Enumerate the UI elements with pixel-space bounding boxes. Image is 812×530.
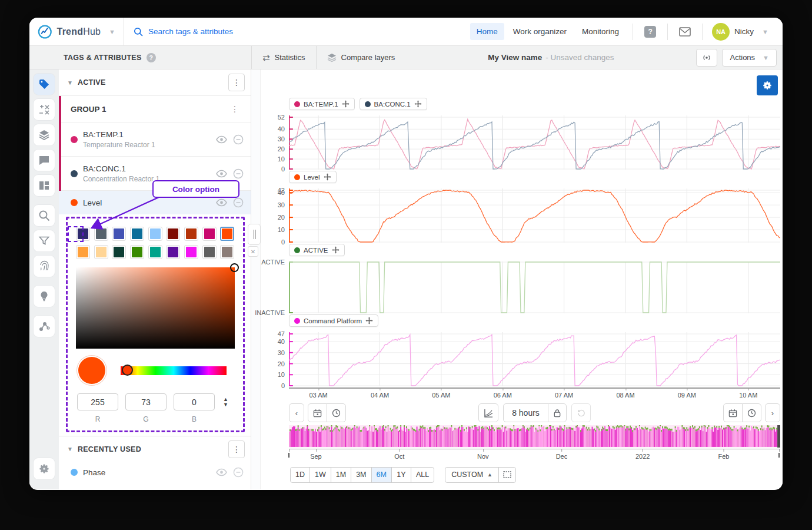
tag-color-dot[interactable]	[71, 199, 78, 206]
eye-icon[interactable]	[216, 468, 227, 476]
eye-icon[interactable]	[216, 198, 227, 207]
color-swatch[interactable]	[94, 245, 108, 259]
rail-button-ideas[interactable]	[34, 286, 55, 307]
active-section-menu-button[interactable]: ⋮	[228, 74, 245, 91]
custom-range-picker-button[interactable]	[498, 467, 516, 483]
legend-chip-ba-conc-1[interactable]: BA:CONC.1	[360, 98, 427, 110]
color-swatch[interactable]	[166, 245, 180, 259]
messages-button[interactable]	[675, 23, 695, 41]
custom-range-button[interactable]: CUSTOM▲	[445, 467, 499, 483]
move-icon[interactable]	[414, 100, 422, 108]
help-button[interactable]: ?	[640, 23, 660, 41]
remove-icon[interactable]	[233, 134, 244, 145]
duration-button[interactable]: 8 hours	[503, 403, 548, 422]
rail-button-formula[interactable]	[34, 99, 55, 120]
color-swatch[interactable]	[76, 245, 90, 259]
move-icon[interactable]	[324, 173, 331, 181]
remove-icon[interactable]	[233, 168, 244, 179]
rail-button-filter[interactable]	[34, 230, 55, 251]
color-swatch[interactable]	[166, 227, 180, 241]
r-input[interactable]: 255	[77, 393, 118, 410]
color-swatch[interactable]	[184, 227, 198, 241]
color-swatch[interactable]	[202, 245, 217, 259]
color-swatch[interactable]	[202, 227, 217, 241]
rail-button-fingerprint[interactable]	[34, 256, 55, 277]
color-swatch[interactable]	[112, 245, 126, 259]
statistics-button[interactable]: ⇄ Statistics	[251, 46, 316, 69]
eye-icon[interactable]	[216, 170, 227, 178]
range-button-1d[interactable]: 1D	[290, 467, 310, 483]
live-mode-button[interactable]	[696, 49, 717, 67]
color-swatch[interactable]	[148, 245, 162, 259]
panel-collapse-button[interactable]: ✕	[248, 246, 258, 257]
range-button-3m[interactable]: 3M	[351, 467, 371, 483]
plot-canvas[interactable]	[289, 187, 780, 244]
group-header[interactable]: GROUP 1 ⋮	[59, 96, 251, 122]
tag-color-dot[interactable]	[71, 136, 78, 143]
g-input[interactable]: 73	[125, 393, 167, 410]
hue-slider[interactable]	[121, 366, 227, 375]
rail-button-dashboard[interactable]	[34, 175, 55, 196]
calendar-start-button[interactable]	[308, 403, 327, 422]
pan-right-button[interactable]: ›	[765, 403, 780, 422]
recently-used-header[interactable]: ▼ RECENTLY USED ⋮	[59, 436, 251, 462]
range-button-1w[interactable]: 1W	[310, 467, 331, 483]
plot-canvas[interactable]	[289, 260, 780, 314]
eye-icon[interactable]	[216, 135, 227, 144]
color-swatch[interactable]	[130, 227, 144, 241]
panel-resize-handle[interactable]	[248, 224, 261, 245]
rail-button-tags[interactable]	[34, 74, 55, 95]
saturation-gradient-area[interactable]	[76, 267, 235, 349]
color-swatch[interactable]	[130, 245, 144, 259]
color-swatch[interactable]	[220, 245, 234, 259]
panel-help-icon[interactable]: ?	[147, 53, 156, 62]
color-swatch[interactable]	[220, 227, 234, 241]
b-input[interactable]: 0	[174, 393, 215, 410]
lock-duration-button[interactable]	[548, 403, 567, 422]
tag-row-phase[interactable]: Phase	[59, 462, 251, 483]
move-icon[interactable]	[332, 246, 340, 254]
plot-canvas[interactable]	[289, 114, 780, 171]
pan-left-button[interactable]: ‹	[289, 403, 304, 422]
brand[interactable]: TrendHub ▼	[29, 24, 124, 39]
tag-color-dot[interactable]	[71, 469, 78, 476]
time-end-button[interactable]	[742, 403, 761, 422]
range-button-all[interactable]: ALL	[411, 467, 434, 483]
color-swatch[interactable]	[148, 227, 162, 241]
range-button-6m[interactable]: 6M	[371, 467, 392, 483]
tag-row-ba-temp[interactable]: BA:TEMP.1 Temperature Reactor 1	[59, 122, 251, 157]
range-button-1m[interactable]: 1M	[331, 467, 351, 483]
nav-home[interactable]: Home	[470, 23, 504, 40]
compare-layers-button[interactable]: Compare layers	[316, 46, 406, 69]
legend-chip-active[interactable]: ACTIVE	[289, 244, 345, 256]
rail-button-context-graph[interactable]	[34, 316, 55, 337]
legend-chip-ba-temp-1[interactable]: BA:TEMP.1	[289, 98, 355, 110]
plot-canvas[interactable]	[289, 331, 780, 387]
color-swatch[interactable]	[112, 227, 126, 241]
nav-work-organizer[interactable]: Work organizer	[507, 23, 573, 40]
remove-icon[interactable]	[233, 197, 244, 208]
recently-used-menu-button[interactable]: ⋮	[228, 440, 245, 458]
user-menu[interactable]: NA Nicky ▼	[710, 23, 777, 41]
remove-icon[interactable]	[233, 467, 244, 478]
nav-monitoring[interactable]: Monitoring	[575, 23, 625, 40]
brand-caret-icon[interactable]: ▼	[109, 28, 115, 35]
hue-slider-handle[interactable]	[122, 365, 133, 376]
context-overview-strip[interactable]	[289, 425, 780, 448]
legend-chip-level[interactable]: Level	[289, 171, 337, 183]
undo-time-button[interactable]	[571, 403, 591, 422]
chart-scale-button[interactable]	[478, 403, 498, 422]
range-button-1y[interactable]: 1Y	[391, 467, 411, 483]
rail-button-search[interactable]	[34, 205, 55, 226]
search-input[interactable]	[148, 27, 325, 36]
actions-button[interactable]: Actions▼	[722, 49, 777, 67]
calendar-end-button[interactable]	[723, 403, 743, 422]
move-icon[interactable]	[342, 100, 350, 108]
rail-button-comments[interactable]	[34, 150, 55, 171]
move-icon[interactable]	[365, 317, 373, 324]
color-swatch[interactable]	[184, 245, 198, 259]
time-start-button[interactable]	[327, 403, 346, 422]
color-swatch[interactable]	[94, 227, 108, 241]
active-section-header[interactable]: ▼ ACTIVE ⋮	[59, 69, 251, 95]
chart-settings-button[interactable]	[757, 75, 778, 95]
